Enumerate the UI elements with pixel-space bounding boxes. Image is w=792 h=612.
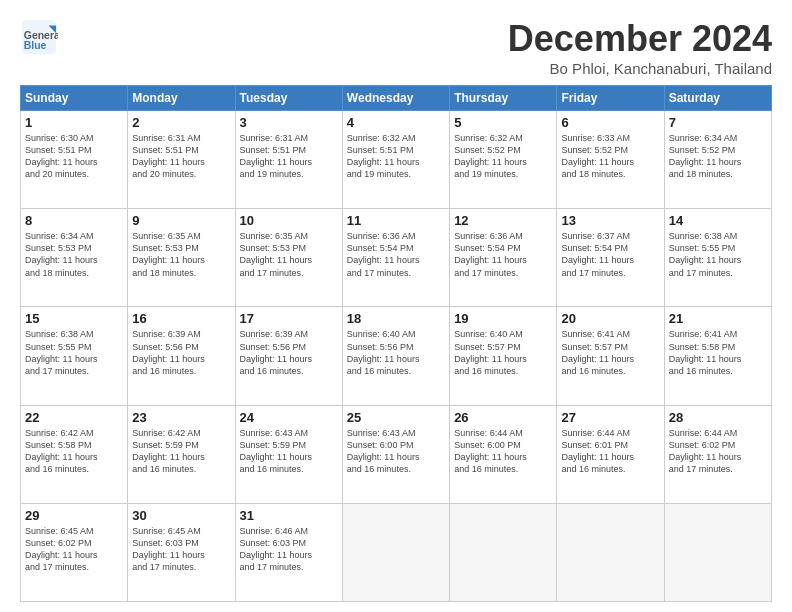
- calendar-week-2: 8Sunrise: 6:34 AM Sunset: 5:53 PM Daylig…: [21, 209, 772, 307]
- calendar-cell: 17Sunrise: 6:39 AM Sunset: 5:56 PM Dayli…: [235, 307, 342, 405]
- calendar-cell: 12Sunrise: 6:36 AM Sunset: 5:54 PM Dayli…: [450, 209, 557, 307]
- day-number: 29: [25, 508, 123, 523]
- cell-info: Sunrise: 6:32 AM Sunset: 5:52 PM Dayligh…: [454, 132, 552, 181]
- cell-info: Sunrise: 6:42 AM Sunset: 5:59 PM Dayligh…: [132, 427, 230, 476]
- column-header-thursday: Thursday: [450, 86, 557, 111]
- logo: General Blue: [20, 18, 58, 56]
- day-number: 4: [347, 115, 445, 130]
- day-number: 22: [25, 410, 123, 425]
- column-header-wednesday: Wednesday: [342, 86, 449, 111]
- calendar-week-4: 22Sunrise: 6:42 AM Sunset: 5:58 PM Dayli…: [21, 405, 772, 503]
- day-number: 17: [240, 311, 338, 326]
- title-block: December 2024 Bo Phloi, Kanchanaburi, Th…: [508, 18, 772, 77]
- cell-info: Sunrise: 6:39 AM Sunset: 5:56 PM Dayligh…: [240, 328, 338, 377]
- calendar-cell: 13Sunrise: 6:37 AM Sunset: 5:54 PM Dayli…: [557, 209, 664, 307]
- calendar-week-5: 29Sunrise: 6:45 AM Sunset: 6:02 PM Dayli…: [21, 503, 772, 601]
- cell-info: Sunrise: 6:34 AM Sunset: 5:53 PM Dayligh…: [25, 230, 123, 279]
- cell-info: Sunrise: 6:36 AM Sunset: 5:54 PM Dayligh…: [454, 230, 552, 279]
- day-number: 15: [25, 311, 123, 326]
- calendar-cell: 19Sunrise: 6:40 AM Sunset: 5:57 PM Dayli…: [450, 307, 557, 405]
- cell-info: Sunrise: 6:45 AM Sunset: 6:03 PM Dayligh…: [132, 525, 230, 574]
- day-number: 2: [132, 115, 230, 130]
- day-number: 28: [669, 410, 767, 425]
- cell-info: Sunrise: 6:42 AM Sunset: 5:58 PM Dayligh…: [25, 427, 123, 476]
- calendar-cell: 15Sunrise: 6:38 AM Sunset: 5:55 PM Dayli…: [21, 307, 128, 405]
- calendar-cell: 18Sunrise: 6:40 AM Sunset: 5:56 PM Dayli…: [342, 307, 449, 405]
- calendar-cell: 11Sunrise: 6:36 AM Sunset: 5:54 PM Dayli…: [342, 209, 449, 307]
- cell-info: Sunrise: 6:38 AM Sunset: 5:55 PM Dayligh…: [669, 230, 767, 279]
- column-header-monday: Monday: [128, 86, 235, 111]
- calendar-cell: 7Sunrise: 6:34 AM Sunset: 5:52 PM Daylig…: [664, 111, 771, 209]
- day-number: 20: [561, 311, 659, 326]
- cell-info: Sunrise: 6:30 AM Sunset: 5:51 PM Dayligh…: [25, 132, 123, 181]
- calendar-cell: 8Sunrise: 6:34 AM Sunset: 5:53 PM Daylig…: [21, 209, 128, 307]
- calendar-cell: 2Sunrise: 6:31 AM Sunset: 5:51 PM Daylig…: [128, 111, 235, 209]
- day-number: 3: [240, 115, 338, 130]
- day-number: 31: [240, 508, 338, 523]
- cell-info: Sunrise: 6:34 AM Sunset: 5:52 PM Dayligh…: [669, 132, 767, 181]
- logo-icon: General Blue: [20, 18, 58, 56]
- day-number: 7: [669, 115, 767, 130]
- calendar-table: SundayMondayTuesdayWednesdayThursdayFrid…: [20, 85, 772, 602]
- cell-info: Sunrise: 6:44 AM Sunset: 6:02 PM Dayligh…: [669, 427, 767, 476]
- cell-info: Sunrise: 6:36 AM Sunset: 5:54 PM Dayligh…: [347, 230, 445, 279]
- location: Bo Phloi, Kanchanaburi, Thailand: [508, 60, 772, 77]
- column-header-sunday: Sunday: [21, 86, 128, 111]
- month-title: December 2024: [508, 18, 772, 60]
- cell-info: Sunrise: 6:44 AM Sunset: 6:00 PM Dayligh…: [454, 427, 552, 476]
- cell-info: Sunrise: 6:46 AM Sunset: 6:03 PM Dayligh…: [240, 525, 338, 574]
- calendar-cell: 9Sunrise: 6:35 AM Sunset: 5:53 PM Daylig…: [128, 209, 235, 307]
- cell-info: Sunrise: 6:39 AM Sunset: 5:56 PM Dayligh…: [132, 328, 230, 377]
- cell-info: Sunrise: 6:33 AM Sunset: 5:52 PM Dayligh…: [561, 132, 659, 181]
- calendar-cell: 4Sunrise: 6:32 AM Sunset: 5:51 PM Daylig…: [342, 111, 449, 209]
- calendar-cell: 24Sunrise: 6:43 AM Sunset: 5:59 PM Dayli…: [235, 405, 342, 503]
- day-number: 24: [240, 410, 338, 425]
- cell-info: Sunrise: 6:35 AM Sunset: 5:53 PM Dayligh…: [240, 230, 338, 279]
- cell-info: Sunrise: 6:31 AM Sunset: 5:51 PM Dayligh…: [240, 132, 338, 181]
- calendar-cell: 25Sunrise: 6:43 AM Sunset: 6:00 PM Dayli…: [342, 405, 449, 503]
- cell-info: Sunrise: 6:44 AM Sunset: 6:01 PM Dayligh…: [561, 427, 659, 476]
- cell-info: Sunrise: 6:35 AM Sunset: 5:53 PM Dayligh…: [132, 230, 230, 279]
- cell-info: Sunrise: 6:38 AM Sunset: 5:55 PM Dayligh…: [25, 328, 123, 377]
- calendar-cell: 31Sunrise: 6:46 AM Sunset: 6:03 PM Dayli…: [235, 503, 342, 601]
- day-number: 13: [561, 213, 659, 228]
- calendar-cell: 21Sunrise: 6:41 AM Sunset: 5:58 PM Dayli…: [664, 307, 771, 405]
- calendar-cell: [342, 503, 449, 601]
- day-number: 8: [25, 213, 123, 228]
- calendar-cell: 28Sunrise: 6:44 AM Sunset: 6:02 PM Dayli…: [664, 405, 771, 503]
- day-number: 6: [561, 115, 659, 130]
- cell-info: Sunrise: 6:37 AM Sunset: 5:54 PM Dayligh…: [561, 230, 659, 279]
- day-number: 5: [454, 115, 552, 130]
- cell-info: Sunrise: 6:31 AM Sunset: 5:51 PM Dayligh…: [132, 132, 230, 181]
- calendar-cell: 1Sunrise: 6:30 AM Sunset: 5:51 PM Daylig…: [21, 111, 128, 209]
- cell-info: Sunrise: 6:40 AM Sunset: 5:57 PM Dayligh…: [454, 328, 552, 377]
- day-number: 16: [132, 311, 230, 326]
- cell-info: Sunrise: 6:32 AM Sunset: 5:51 PM Dayligh…: [347, 132, 445, 181]
- day-number: 30: [132, 508, 230, 523]
- day-number: 25: [347, 410, 445, 425]
- calendar-cell: 16Sunrise: 6:39 AM Sunset: 5:56 PM Dayli…: [128, 307, 235, 405]
- calendar-week-3: 15Sunrise: 6:38 AM Sunset: 5:55 PM Dayli…: [21, 307, 772, 405]
- calendar-cell: 29Sunrise: 6:45 AM Sunset: 6:02 PM Dayli…: [21, 503, 128, 601]
- calendar-cell: 27Sunrise: 6:44 AM Sunset: 6:01 PM Dayli…: [557, 405, 664, 503]
- calendar-cell: 5Sunrise: 6:32 AM Sunset: 5:52 PM Daylig…: [450, 111, 557, 209]
- column-header-friday: Friday: [557, 86, 664, 111]
- calendar-cell: [557, 503, 664, 601]
- cell-info: Sunrise: 6:43 AM Sunset: 5:59 PM Dayligh…: [240, 427, 338, 476]
- cell-info: Sunrise: 6:40 AM Sunset: 5:56 PM Dayligh…: [347, 328, 445, 377]
- cell-info: Sunrise: 6:41 AM Sunset: 5:57 PM Dayligh…: [561, 328, 659, 377]
- day-number: 14: [669, 213, 767, 228]
- calendar-week-1: 1Sunrise: 6:30 AM Sunset: 5:51 PM Daylig…: [21, 111, 772, 209]
- calendar-cell: 23Sunrise: 6:42 AM Sunset: 5:59 PM Dayli…: [128, 405, 235, 503]
- day-number: 1: [25, 115, 123, 130]
- svg-text:General: General: [24, 30, 58, 41]
- calendar-cell: 22Sunrise: 6:42 AM Sunset: 5:58 PM Dayli…: [21, 405, 128, 503]
- calendar-cell: 26Sunrise: 6:44 AM Sunset: 6:00 PM Dayli…: [450, 405, 557, 503]
- calendar-cell: [450, 503, 557, 601]
- day-number: 19: [454, 311, 552, 326]
- cell-info: Sunrise: 6:45 AM Sunset: 6:02 PM Dayligh…: [25, 525, 123, 574]
- calendar-cell: 20Sunrise: 6:41 AM Sunset: 5:57 PM Dayli…: [557, 307, 664, 405]
- calendar-cell: 10Sunrise: 6:35 AM Sunset: 5:53 PM Dayli…: [235, 209, 342, 307]
- calendar-cell: [664, 503, 771, 601]
- cell-info: Sunrise: 6:43 AM Sunset: 6:00 PM Dayligh…: [347, 427, 445, 476]
